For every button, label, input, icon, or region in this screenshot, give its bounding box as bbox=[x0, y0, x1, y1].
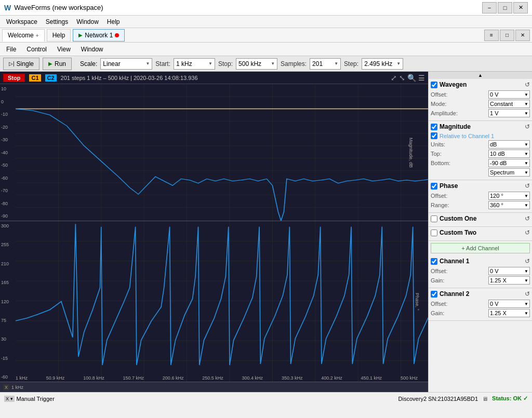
phase-range-label: Range: bbox=[431, 202, 459, 208]
menu-window[interactable]: Window bbox=[72, 17, 103, 26]
menu-settings[interactable]: Settings bbox=[42, 17, 72, 26]
channel2-checkbox[interactable] bbox=[431, 291, 437, 298]
channel2-section: Channel 2 ↺ Offset: 0 V ▼ Gain: 1.25 X ▼ bbox=[429, 288, 532, 321]
wavegen-amplitude-combo[interactable]: 1 V ▼ bbox=[488, 109, 530, 117]
custom-one-checkbox[interactable] bbox=[431, 215, 437, 222]
tab-help[interactable]: Help bbox=[47, 29, 71, 42]
magnitude-chart: 10 0 -10 -20 -30 -40 -50 -60 -70 -80 -90… bbox=[0, 84, 428, 221]
tab-bar: Welcome + Help ▶ Network 1 ≡ □ ✕ bbox=[0, 28, 532, 43]
mag-spectrum-combo[interactable]: Spectrum ▼ bbox=[488, 168, 530, 177]
run-label: Run bbox=[55, 60, 66, 68]
mag-bottom-label: Bottom: bbox=[431, 160, 459, 166]
status-icon: 🖥 bbox=[482, 396, 488, 402]
panel-btn1[interactable]: ≡ bbox=[484, 30, 499, 41]
tab-network[interactable]: ▶ Network 1 bbox=[73, 29, 125, 42]
menu-file[interactable]: File bbox=[2, 45, 20, 54]
panel-btn3[interactable]: ✕ bbox=[515, 30, 530, 41]
custom-two-section: Custom Two ↺ bbox=[429, 227, 532, 241]
phase-offset-combo[interactable]: 120 ° ▼ bbox=[488, 192, 530, 200]
menu-workspace[interactable]: Workspace bbox=[2, 17, 42, 26]
channel1-checkbox[interactable] bbox=[431, 258, 437, 265]
x-label-2: 50.9 kHz bbox=[46, 375, 65, 381]
channel1-refresh-icon[interactable]: ↺ bbox=[525, 258, 530, 265]
ch1-offset-value: 0 V bbox=[490, 268, 499, 274]
phase-chart: 300 255 210 165 120 75 30 -15 -60 Phase,… bbox=[0, 221, 428, 382]
scale-value: Linear bbox=[103, 60, 120, 68]
magnitude-section: Magnitude ↺ Relative to Channel 1 Units:… bbox=[429, 121, 532, 180]
ch1-gain-combo[interactable]: 1.25 X ▼ bbox=[488, 276, 530, 285]
phase-offset-label: Offset: bbox=[431, 193, 459, 199]
phase-checkbox[interactable] bbox=[431, 183, 437, 190]
scale-combo[interactable]: Linear ▼ bbox=[100, 58, 152, 70]
x-start-indicator: 1 kHz bbox=[11, 385, 23, 390]
run-button[interactable]: ▶ Run bbox=[43, 58, 72, 70]
mag-y-n30: -30 bbox=[1, 137, 15, 142]
samples-label: Samples: bbox=[281, 60, 307, 68]
wavegen-mode-value: Constant bbox=[490, 101, 513, 107]
custom-two-label: Custom Two bbox=[440, 229, 476, 236]
custom-one-section: Custom One ↺ bbox=[429, 213, 532, 227]
phase-y-255: 255 bbox=[1, 242, 15, 247]
phase-refresh-icon[interactable]: ↺ bbox=[525, 182, 530, 190]
x-axis-icon: X ▾ bbox=[4, 396, 15, 402]
samples-combo[interactable]: 201 ▼ bbox=[310, 58, 341, 70]
secondary-menu: File Control View Window bbox=[0, 43, 532, 56]
ch1-offset-combo[interactable]: 0 V ▼ bbox=[488, 267, 530, 275]
instrument-toolbar: ▷| Single ▶ Run Scale: Linear ▼ Start: 1… bbox=[0, 56, 532, 72]
wavegen-offset-combo[interactable]: 0 V ▼ bbox=[488, 90, 530, 99]
ch1-gain-arrow: ▼ bbox=[524, 278, 528, 283]
step-combo[interactable]: 2.495 kHz ▼ bbox=[362, 58, 403, 70]
chart-zoom-icon[interactable]: 🔍 bbox=[407, 74, 416, 82]
phase-y-30: 30 bbox=[1, 336, 15, 342]
phase-offset-arrow: ▼ bbox=[524, 194, 528, 198]
wavegen-mode-combo[interactable]: Constant ▼ bbox=[488, 100, 530, 108]
trigger-label: Manual Trigger bbox=[17, 396, 55, 402]
mag-units-combo[interactable]: dB ▼ bbox=[488, 140, 530, 149]
close-button[interactable]: ✕ bbox=[513, 2, 528, 14]
maximize-button[interactable]: □ bbox=[498, 2, 512, 14]
add-channel-button[interactable]: + Add Channel bbox=[431, 243, 530, 253]
stop-combo[interactable]: 500 kHz ▼ bbox=[236, 58, 277, 70]
menu-control[interactable]: Control bbox=[22, 45, 51, 54]
samples-value: 201 bbox=[312, 60, 323, 68]
main-area: Stop C1 C2 201 steps 1 kHz – 500 kHz | 2… bbox=[0, 72, 532, 392]
chart-menu-icon[interactable]: ☰ bbox=[418, 74, 425, 82]
ch2-gain-combo[interactable]: 1.25 X ▼ bbox=[488, 309, 530, 317]
wavegen-refresh-icon[interactable]: ↺ bbox=[525, 81, 530, 88]
tab-welcome[interactable]: Welcome + bbox=[2, 29, 45, 42]
relative-checkbox[interactable] bbox=[431, 132, 437, 139]
stop-button[interactable]: Stop bbox=[3, 74, 25, 82]
stop-label: Stop: bbox=[218, 60, 233, 68]
single-button[interactable]: ▷| Single bbox=[3, 58, 39, 70]
minimize-button[interactable]: − bbox=[482, 2, 497, 14]
custom-two-refresh-icon[interactable]: ↺ bbox=[525, 229, 530, 236]
mag-top-combo[interactable]: 10 dB ▼ bbox=[488, 150, 530, 158]
ch2-offset-combo[interactable]: 0 V ▼ bbox=[488, 300, 530, 308]
panel-btn2[interactable]: □ bbox=[500, 30, 514, 41]
start-combo[interactable]: 1 kHz ▼ bbox=[174, 58, 215, 70]
panel-scroll-up[interactable]: ▲ bbox=[429, 72, 532, 79]
custom-one-refresh-icon[interactable]: ↺ bbox=[525, 215, 530, 222]
mag-y-10: 10 bbox=[1, 86, 15, 91]
phase-range-value: 360 ° bbox=[490, 202, 503, 208]
wavegen-checkbox[interactable] bbox=[431, 82, 437, 88]
mag-bottom-arrow: ▼ bbox=[524, 161, 528, 166]
stop-value: 500 kHz bbox=[238, 60, 261, 68]
chart-icon2[interactable]: ⤡ bbox=[399, 74, 405, 82]
phase-range-combo[interactable]: 360 ° ▼ bbox=[488, 201, 530, 209]
menu-help[interactable]: Help bbox=[103, 17, 124, 26]
menu-window2[interactable]: Window bbox=[77, 45, 108, 54]
step-label: Step: bbox=[344, 60, 358, 68]
chart-icon1[interactable]: ⤢ bbox=[391, 74, 397, 82]
magnitude-refresh-icon[interactable]: ↺ bbox=[525, 123, 530, 130]
relative-label: Relative to Channel 1 bbox=[440, 133, 494, 139]
mag-bottom-combo[interactable]: -90 dB ▼ bbox=[488, 159, 530, 167]
custom-two-checkbox[interactable] bbox=[431, 230, 437, 236]
magnitude-label: Magnitude bbox=[440, 123, 471, 130]
start-arrow-icon: ▼ bbox=[208, 61, 212, 66]
phase-y-210: 210 bbox=[1, 261, 15, 266]
menu-view[interactable]: View bbox=[53, 45, 75, 54]
channel2-refresh-icon[interactable]: ↺ bbox=[525, 290, 530, 298]
ch1-offset-label: Offset: bbox=[431, 268, 459, 274]
magnitude-checkbox[interactable] bbox=[431, 124, 437, 130]
